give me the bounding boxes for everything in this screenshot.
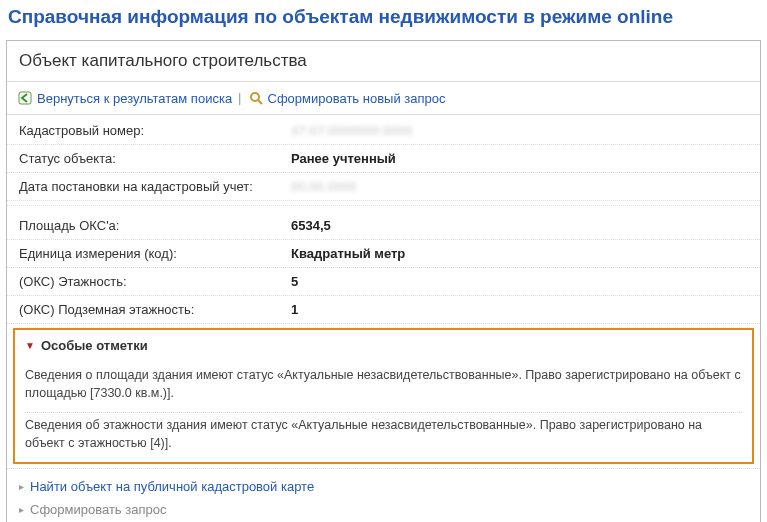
status-label: Статус объекта: <box>19 151 291 166</box>
area-label: Площадь ОКС'а: <box>19 218 291 233</box>
reg-date-value: 00.00.0000 <box>291 179 356 194</box>
unit-value: Квадратный метр <box>291 246 405 261</box>
under-floors-label: (ОКС) Подземная этажность: <box>19 302 291 317</box>
cad-number-label: Кадастровый номер: <box>19 123 291 138</box>
back-to-results-label: Вернуться к результатам поиска <box>37 91 232 106</box>
status-value: Ранее учтенный <box>291 151 396 166</box>
unit-label: Единица измерения (код): <box>19 246 291 261</box>
svg-point-1 <box>251 93 259 101</box>
area-value: 6534,5 <box>291 218 331 233</box>
properties-block-1: Кадастровый номер: 47:07:0000000:0000 Ст… <box>7 115 760 201</box>
footer-links: ▸ Найти объект на публичной кадастровой … <box>7 468 760 522</box>
special-note-2: Сведения об этажности здания имеют стату… <box>25 413 742 452</box>
cad-number-value: 47:07:0000000:0000 <box>291 123 412 138</box>
find-on-map-link[interactable]: Найти объект на публичной кадастровой ка… <box>30 479 314 494</box>
toolbar-top: Вернуться к результатам поиска | Сформир… <box>7 82 760 115</box>
back-to-results-button[interactable]: Вернуться к результатам поиска <box>17 90 232 106</box>
under-floors-value: 1 <box>291 302 298 317</box>
gear-search-icon <box>248 90 264 106</box>
floors-value: 5 <box>291 274 298 289</box>
properties-block-2: Площадь ОКС'а: 6534,5 Единица измерения … <box>7 205 760 324</box>
collapse-triangle-icon: ▼ <box>25 340 35 351</box>
row-status: Статус объекта: Ранее учтенный <box>7 145 760 173</box>
reg-date-label: Дата постановки на кадастровый учет: <box>19 179 291 194</box>
subhead: Объект капитального строительства <box>7 41 760 82</box>
form-query-row: ▸ Сформировать запрос <box>19 498 748 521</box>
arrow-left-icon <box>17 90 33 106</box>
svg-line-2 <box>258 100 262 104</box>
row-floors: (ОКС) Этажность: 5 <box>7 268 760 296</box>
special-notes-heading: Особые отметки <box>41 338 148 353</box>
toolbar-divider: | <box>238 90 241 106</box>
special-notes-box: ▼ Особые отметки Сведения о площади здан… <box>13 328 754 464</box>
row-under-floors: (ОКС) Подземная этажность: 1 <box>7 296 760 324</box>
chevron-right-icon: ▸ <box>19 481 24 492</box>
row-area: Площадь ОКС'а: 6534,5 <box>7 212 760 240</box>
main-panel: Объект капитального строительства Вернут… <box>6 40 761 522</box>
form-query-disabled: Сформировать запрос <box>30 502 166 517</box>
row-unit: Единица измерения (код): Квадратный метр <box>7 240 760 268</box>
chevron-right-icon: ▸ <box>19 504 24 515</box>
row-cadastral-number: Кадастровый номер: 47:07:0000000:0000 <box>7 117 760 145</box>
row-reg-date: Дата постановки на кадастровый учет: 00.… <box>7 173 760 201</box>
find-on-map-row: ▸ Найти объект на публичной кадастровой … <box>19 475 748 498</box>
special-note-1: Сведения о площади здания имеют статус «… <box>25 363 742 413</box>
floors-label: (ОКС) Этажность: <box>19 274 291 289</box>
special-notes-heading-row[interactable]: ▼ Особые отметки <box>25 338 742 353</box>
new-query-button[interactable]: Сформировать новый запрос <box>248 90 446 106</box>
page-title: Справочная информация по объектам недвиж… <box>0 0 767 40</box>
new-query-label: Сформировать новый запрос <box>268 91 446 106</box>
